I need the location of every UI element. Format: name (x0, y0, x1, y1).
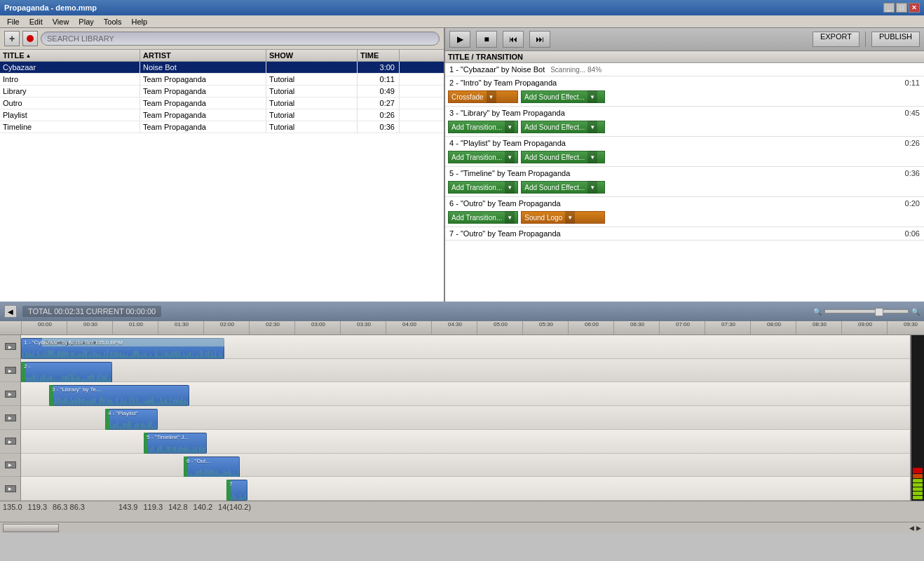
track-play-button[interactable]: ▶ (5, 367, 16, 374)
sound-effect-select[interactable]: Add Sound Effect... ▼ (521, 151, 605, 163)
zoom-thumb[interactable] (875, 308, 883, 316)
vu-green-2 (913, 492, 923, 495)
record-icon (27, 35, 34, 42)
h-scrollbar[interactable]: ◀ ▶ (0, 522, 924, 533)
track-clip[interactable]: 3 - "Library" by Te... (49, 385, 189, 406)
track-time: 0:36 (358, 121, 400, 133)
track-play-button[interactable]: ▶ (5, 438, 16, 445)
library-toolbar: + SEARCH LIBRARY (0, 28, 444, 50)
transition-dropdown-arrow[interactable]: ▼ (505, 211, 515, 224)
play-button[interactable]: ▶ (449, 31, 470, 48)
playlist-item-title: 1 - "Cybazaar" by Noise BotScanning... 8… (449, 65, 602, 74)
library-row[interactable]: Library Team Propaganda Tutorial 0:49 (0, 86, 444, 97)
zoom-slider[interactable] (824, 309, 909, 313)
playlist-item: 3 - "Library" by Team Propaganda 0:45 Ad… (445, 107, 924, 137)
playlist-item-time: 0:26 (905, 139, 920, 147)
close-button[interactable]: ✕ (909, 3, 920, 13)
sound-effect-dropdown-arrow[interactable]: ▼ (587, 90, 597, 103)
ruler-mark: 09:30 (887, 321, 924, 334)
ruler-mark: 03:30 (340, 321, 386, 334)
zoom-container: 🔍 🔍 (813, 308, 920, 316)
transition-dropdown-arrow[interactable]: ▼ (505, 151, 515, 163)
track-play-button[interactable]: ▶ (5, 485, 16, 492)
playlist-panel: ▶ ■ ⏮ ⏭ EXPORT PUBLISH TITLE / TRANSITIO… (445, 28, 924, 302)
track-artist: Team Propaganda (140, 109, 266, 121)
sound-effect-select[interactable]: Add Sound Effect... ▼ (521, 181, 605, 194)
playlist-item-title: 2 - "Intro" by Team Propaganda (449, 79, 557, 87)
playlist-item: 6 - "Outro" by Team Propaganda 0:20 Add … (445, 197, 924, 227)
ruler-mark: 02:30 (249, 321, 294, 334)
track-row: 1 - "Cybazaar" by Noise Bot 135.0 BPMSca… (21, 335, 910, 359)
sound-effect-select[interactable]: Add Sound Effect... ▼ (521, 121, 605, 133)
transition-dropdown-arrow[interactable]: ▼ (487, 90, 496, 103)
transition-select[interactable]: Add Transition... ▼ (448, 211, 518, 224)
sound-effect-select[interactable]: Add Sound Effect... ▼ (521, 90, 605, 103)
sound-effect-dropdown-arrow[interactable]: ▼ (587, 151, 597, 163)
col-title[interactable]: TITLE ▲ (0, 50, 140, 61)
menu-bar: File Edit View Play Tools Help (0, 15, 924, 28)
transition-select[interactable]: Add Transition... ▼ (448, 181, 518, 194)
transition-dropdown-arrow[interactable]: ▼ (505, 181, 515, 194)
library-row[interactable]: Cybazaar Noise Bot 3:00 (0, 62, 444, 74)
track-play-button[interactable]: ▶ (5, 461, 16, 468)
menu-tools[interactable]: Tools (100, 17, 126, 27)
ruler-mark: 01:30 (158, 321, 203, 334)
col-artist[interactable]: ARTIST (140, 50, 266, 61)
transition-dropdown-arrow[interactable]: ▼ (505, 121, 515, 133)
collapse-button[interactable]: ◀ (4, 305, 17, 318)
track-row: 7 (21, 477, 910, 501)
ruler-mark: 07:00 (659, 321, 705, 334)
maximize-button[interactable]: □ (896, 3, 907, 13)
sound-effect-dropdown-arrow[interactable]: ▼ (565, 211, 575, 224)
track-clip[interactable]: 4 - "Playlist" (105, 409, 158, 430)
playlist-item-header: 7 - "Outro" by Team Propaganda 0:06 (445, 227, 924, 240)
next-button[interactable]: ⏭ (529, 31, 550, 48)
track-clip[interactable]: 6 - "Out... (184, 457, 240, 478)
track-label: ▶ (0, 406, 20, 430)
library-row[interactable]: Timeline Team Propaganda Tutorial 0:36 (0, 121, 444, 133)
sound-effect-dropdown-arrow[interactable]: ▼ (587, 181, 597, 194)
track-clip[interactable]: 5 - "Timeline" J... (144, 433, 207, 454)
menu-view[interactable]: View (48, 17, 74, 27)
ruler-mark: 02:00 (203, 321, 249, 334)
transition-select[interactable]: Crossfade ▼ (448, 90, 518, 103)
record-button[interactable] (22, 31, 38, 46)
transition-select[interactable]: Add Transition... ▼ (448, 151, 518, 163)
prev-button[interactable]: ⏮ (503, 31, 524, 48)
search-box[interactable]: SEARCH LIBRARY (41, 32, 440, 46)
col-show[interactable]: SHOW (266, 50, 358, 61)
track-play-button[interactable]: ▶ (5, 343, 16, 350)
transition-select[interactable]: Add Transition... ▼ (448, 121, 518, 133)
col-time[interactable]: TIME (358, 50, 400, 61)
playlist-content: TITLE / TRANSITION 1 - "Cybazaar" by Noi… (445, 51, 924, 302)
track-clip-label: 3 - "Library" by Te... (50, 386, 103, 393)
track-clip-label: 2 - (22, 363, 32, 370)
stop-button[interactable]: ■ (476, 31, 497, 48)
zoom-in-icon: 🔍 (911, 308, 920, 316)
library-table: TITLE ▲ ARTIST SHOW TIME Cybazaar Noise … (0, 50, 444, 302)
library-row[interactable]: Intro Team Propaganda Tutorial 0:11 (0, 74, 444, 86)
playlist-item-time: 0:36 (905, 169, 920, 177)
playlist-item-header: 1 - "Cybazaar" by Noise BotScanning... 8… (445, 63, 924, 76)
menu-play[interactable]: Play (74, 17, 97, 27)
sound-effect-select[interactable]: Sound Logo ▼ (521, 211, 605, 224)
h-scroll-thumb[interactable] (3, 524, 59, 532)
add-track-button[interactable]: + (4, 31, 20, 46)
menu-file[interactable]: File (3, 17, 24, 27)
ruler-mark: 08:30 (796, 321, 841, 334)
track-clip[interactable]: 2 - (21, 362, 112, 383)
vu-green-1 (913, 496, 923, 499)
export-button[interactable]: EXPORT (813, 32, 860, 47)
sort-arrow-icon: ▲ (26, 53, 32, 59)
minimize-button[interactable]: _ (883, 3, 895, 13)
window-controls[interactable]: _ □ ✕ (883, 3, 920, 13)
menu-help[interactable]: Help (127, 17, 151, 27)
publish-button[interactable]: PUBLISH (871, 32, 920, 47)
menu-edit[interactable]: Edit (25, 17, 47, 27)
sound-effect-dropdown-arrow[interactable]: ▼ (587, 121, 597, 133)
track-clip-label: 6 - "Out... (184, 457, 212, 465)
track-play-button[interactable]: ▶ (5, 391, 16, 398)
track-play-button[interactable]: ▶ (5, 414, 16, 421)
library-row[interactable]: Playlist Team Propaganda Tutorial 0:26 (0, 109, 444, 121)
library-row[interactable]: Outro Team Propaganda Tutorial 0:27 (0, 97, 444, 109)
